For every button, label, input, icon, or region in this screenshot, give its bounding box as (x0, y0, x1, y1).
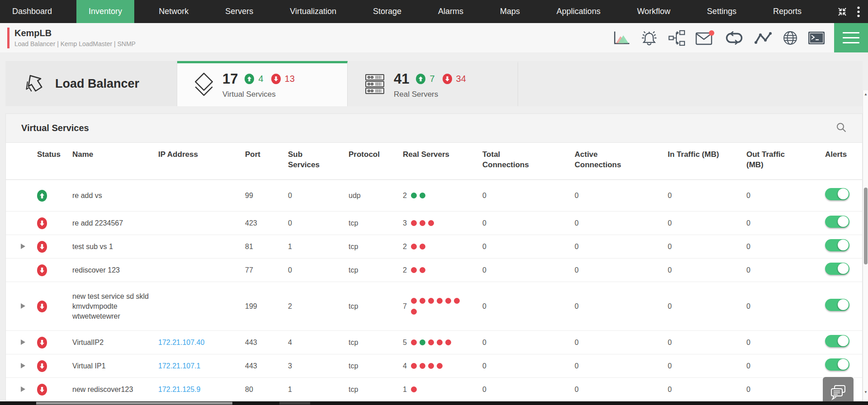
alerts-cell (825, 212, 853, 234)
alerts-toggle[interactable] (825, 263, 849, 275)
col-sub-services[interactable]: Sub Services (288, 150, 320, 170)
server-dot-red (437, 363, 443, 369)
toggle-knob (838, 335, 849, 346)
workflow-icon[interactable] (668, 29, 685, 47)
toggle-knob (838, 216, 849, 227)
expand-arrow-icon[interactable] (21, 244, 25, 249)
nav-item-alarms[interactable]: Alarms (426, 0, 476, 23)
status-down-icon (37, 301, 47, 312)
table-row[interactable]: new rediscover123172.21.125.9801tcp10000 (6, 378, 862, 401)
feedback-chat-button[interactable] (823, 377, 854, 405)
virtual-services-count: 17 (222, 71, 238, 87)
vs-name[interactable]: rediscover 123 (72, 262, 158, 279)
performance-line-icon[interactable] (754, 31, 773, 45)
kebab-menu-icon[interactable] (857, 6, 860, 18)
mail-icon[interactable] (695, 30, 715, 46)
port-value: 81 (245, 238, 288, 255)
tab-virtual-services[interactable]: 17 4 13 Virtual Services (177, 61, 348, 106)
area-chart-icon[interactable] (613, 30, 630, 46)
table-row[interactable]: re add 22345674230tcp30000 (6, 212, 862, 235)
alerts-toggle[interactable] (825, 299, 849, 311)
globe-icon[interactable] (782, 30, 798, 46)
tab-real-servers[interactable]: 41 7 34 Real Servers (348, 61, 518, 106)
nav-item-storage[interactable]: Storage (361, 0, 414, 23)
expand-arrow-icon[interactable] (21, 303, 25, 309)
real-servers-label: Real Servers (394, 90, 466, 99)
alerts-toggle[interactable] (825, 188, 849, 200)
search-icon[interactable] (836, 122, 847, 135)
alerts-toggle[interactable] (825, 239, 849, 251)
alarm-bell-icon[interactable] (640, 29, 659, 47)
horizontal-scrollbar-thumb[interactable] (36, 402, 232, 405)
vs-name[interactable]: re add vs (72, 187, 158, 204)
vs-name[interactable]: VirtualIP2 (72, 334, 158, 351)
out-traffic-value: 0 (746, 262, 825, 279)
nav-item-inventory[interactable]: Inventory (76, 0, 134, 23)
loop-icon[interactable] (724, 31, 744, 45)
col-ip-address[interactable]: IP Address (158, 150, 245, 160)
vertical-scrollbar[interactable]: ▲ ▼ (863, 90, 868, 401)
nav-item-workflow[interactable]: Workflow (625, 0, 683, 23)
collapse-icon[interactable] (836, 6, 848, 18)
nav-item-servers[interactable]: Servers (213, 0, 265, 23)
alerts-toggle[interactable] (825, 216, 849, 228)
col-name[interactable]: Name (72, 150, 158, 160)
server-dot-green (411, 193, 417, 198)
real-server-status-dots (411, 244, 425, 250)
nav-item-maps[interactable]: Maps (488, 0, 532, 23)
nav-item-virtualization[interactable]: Virtualization (278, 0, 349, 23)
real-servers-cell: 1 (403, 381, 482, 398)
nav-item-applications[interactable]: Applications (544, 0, 613, 23)
col-status[interactable]: Status (37, 150, 59, 160)
nav-item-settings[interactable]: Settings (695, 0, 749, 23)
ip-address-link[interactable]: 172.21.107.1 (158, 362, 200, 370)
col-total-connections[interactable]: Total Connections (482, 150, 533, 170)
table-row[interactable]: Virtual IP1172.21.107.14433tcp40000 (6, 354, 862, 378)
hamburger-menu-icon[interactable] (834, 23, 868, 52)
ip-cell (158, 267, 245, 274)
ip-address-link[interactable]: 172.21.125.9 (158, 386, 200, 393)
scroll-up-icon[interactable]: ▲ (863, 92, 868, 96)
alerts-toggle[interactable] (825, 358, 849, 371)
col-alerts[interactable]: Alerts (825, 150, 853, 160)
port-value: 199 (245, 298, 288, 315)
table-row[interactable]: VirtualIP2172.21.107.404434tcp50000 (6, 331, 862, 354)
table-row[interactable]: new test service sd skld kmvdvmpodte wtw… (6, 282, 862, 331)
terminal-icon[interactable] (808, 31, 825, 45)
table-row[interactable]: re add vs990udp20000 (6, 180, 862, 212)
vs-name[interactable]: new test service sd skld kmvdvmpodte wtw… (72, 288, 158, 325)
nav-item-reports[interactable]: Reports (761, 0, 814, 23)
server-dot-red (411, 244, 417, 250)
table-row[interactable]: rediscover 123770tcp20000 (6, 259, 862, 282)
sub-services-value: 0 (288, 262, 349, 279)
col-protocol[interactable]: Protocol (349, 150, 403, 160)
expand-arrow-icon[interactable] (21, 339, 25, 345)
vs-name[interactable]: new rediscover123 (72, 381, 158, 398)
col-out-traffic[interactable]: Out Traffic (MB) (746, 150, 789, 170)
table-row[interactable]: test sub vs 1811tcp20000 (6, 235, 862, 259)
alerts-toggle[interactable] (825, 335, 849, 347)
vertical-scrollbar-thumb[interactable] (864, 188, 868, 264)
ip-address-link[interactable]: 172.21.107.40 (158, 339, 204, 346)
vs-name[interactable]: Virtual IP1 (72, 358, 158, 375)
virtual-services-up-count: 4 (258, 74, 263, 84)
expand-arrow-icon[interactable] (21, 386, 25, 392)
toggle-knob (838, 299, 849, 310)
col-port[interactable]: Port (245, 150, 288, 160)
col-in-traffic[interactable]: In Traffic (MB) (668, 150, 746, 160)
status-cell (37, 357, 72, 376)
nav-item-network[interactable]: Network (146, 0, 201, 23)
nav-item-dashboard[interactable]: Dashboard (0, 0, 64, 23)
real-servers-cell: 4 (403, 358, 482, 375)
port-value: 80 (245, 381, 288, 398)
vs-name[interactable]: re add 2234567 (72, 215, 158, 232)
col-active-connections[interactable]: Active Connections (575, 150, 625, 170)
ip-cell: 172.21.107.40 (158, 334, 245, 351)
server-dot-red (420, 298, 425, 304)
horizontal-scrollbar[interactable] (0, 401, 868, 405)
real-server-status-dots (411, 220, 434, 226)
expand-arrow-icon[interactable] (21, 363, 25, 368)
vs-name[interactable]: test sub vs 1 (72, 238, 158, 255)
col-real-servers[interactable]: Real Servers (403, 150, 482, 160)
scroll-down-icon[interactable]: ▼ (863, 390, 868, 394)
